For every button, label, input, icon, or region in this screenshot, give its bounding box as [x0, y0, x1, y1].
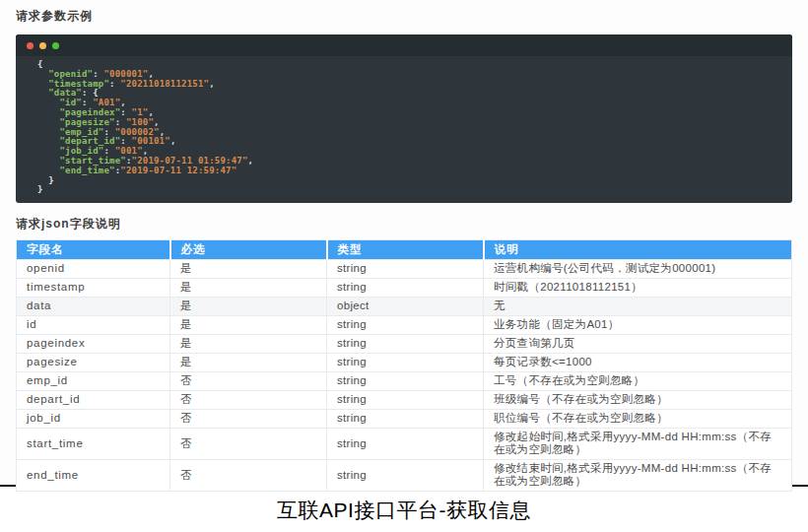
code-window: { "openid": "000001", "timestamp": "2021… — [16, 34, 792, 203]
cell-desc: 分页查询第几页 — [484, 334, 792, 353]
request-example-title: 请求参数示例 — [16, 8, 792, 25]
code-body: { "openid": "000001", "timestamp": "2021… — [16, 56, 792, 203]
cell-field: openid — [17, 259, 170, 278]
json-key: "start_time" — [37, 156, 126, 166]
json-punct: : { — [82, 88, 99, 98]
col-header-field: 字段名 — [17, 240, 170, 260]
cell-required: 否 — [170, 390, 327, 409]
col-header-required: 必选 — [170, 240, 327, 260]
json-punct: : — [120, 107, 131, 117]
json-punct: : — [109, 79, 120, 89]
json-punct: , — [209, 79, 215, 89]
cell-field: emp_id — [17, 371, 170, 390]
table-row: depart_id否string班级编号（不存在或为空则忽略） — [17, 390, 792, 409]
cell-field: depart_id — [17, 390, 170, 409]
cell-required: 是 — [170, 297, 327, 315]
json-value: "2019-07-11 12:59:47" — [120, 166, 236, 175]
json-key: "timestamp" — [37, 79, 109, 89]
json-punct: } — [37, 184, 43, 194]
cell-field: start_time — [17, 428, 170, 459]
json-key: "depart_id" — [37, 136, 120, 146]
cell-required: 否 — [170, 371, 327, 390]
json-value: "1" — [132, 107, 149, 117]
code-line: } — [37, 185, 780, 195]
json-value: "00101" — [132, 136, 170, 146]
json-key: "emp_id" — [37, 127, 103, 137]
cell-required: 是 — [170, 315, 327, 334]
json-punct: , — [148, 107, 154, 117]
json-punct: } — [37, 175, 54, 185]
cell-desc: 班级编号（不存在或为空则忽略） — [484, 390, 792, 409]
json-punct: : — [82, 98, 93, 107]
json-punct: : — [120, 136, 131, 146]
cell-desc: 无 — [484, 297, 792, 315]
cell-type: string — [327, 390, 484, 409]
json-punct: { — [37, 59, 43, 69]
cell-type: string — [327, 278, 484, 297]
json-punct: , — [170, 136, 176, 146]
cell-desc: 运营机构编号(公司代码，测试定为000001) — [484, 259, 792, 278]
table-row: id是string业务功能（固定为A01） — [17, 315, 792, 334]
cell-required: 是 — [170, 353, 327, 371]
json-punct: : — [103, 146, 114, 156]
yellow-dot-icon — [39, 42, 46, 49]
json-value: "A01" — [93, 98, 120, 107]
json-key: "pageindex" — [37, 107, 120, 117]
json-punct: : — [115, 117, 126, 127]
cell-field: pagesize — [17, 353, 170, 371]
api-doc-page: 请求参数示例 { "openid": "000001", "timestamp"… — [0, 0, 808, 487]
table-row: pageindex是string分页查询第几页 — [17, 334, 792, 353]
cell-type: string — [327, 409, 484, 428]
field-table-body: openid是string运营机构编号(公司代码，测试定为000001)time… — [17, 259, 792, 491]
json-value: "20211018112151" — [120, 79, 209, 89]
table-row: timestamp是string时间戳（20211018112151） — [17, 278, 792, 297]
cell-type: string — [327, 428, 484, 459]
col-header-type: 类型 — [327, 240, 484, 260]
table-row: data是object无 — [17, 297, 792, 315]
code-line: } — [37, 176, 780, 186]
field-table: 字段名 必选 类型 说明 openid是string运营机构编号(公司代码，测试… — [16, 239, 792, 492]
cell-required: 是 — [170, 278, 327, 297]
json-punct: , — [154, 117, 160, 127]
cell-desc: 职位编号（不存在或为空则忽略） — [484, 409, 792, 428]
cell-required: 否 — [170, 409, 327, 428]
json-punct: : — [93, 69, 103, 79]
json-value: "100" — [126, 117, 154, 127]
cell-field: job_id — [17, 409, 170, 428]
table-row: job_id否string职位编号（不存在或为空则忽略） — [17, 409, 792, 428]
code-line: "depart_id": "00101", — [37, 137, 780, 147]
json-punct: , — [120, 98, 126, 107]
json-punct: , — [248, 156, 254, 166]
cell-required: 否 — [170, 428, 327, 459]
json-fields-title: 请求json字段说明 — [16, 216, 792, 233]
json-key: "job_id" — [37, 146, 103, 156]
table-header-row: 字段名 必选 类型 说明 — [17, 240, 792, 260]
json-key: "end_time" — [37, 166, 115, 175]
json-key: "data" — [37, 88, 82, 98]
json-key: "id" — [37, 98, 82, 107]
code-window-titlebar — [16, 34, 792, 56]
cell-field: timestamp — [17, 278, 170, 297]
cell-field: pageindex — [17, 334, 170, 353]
json-key: "openid" — [37, 69, 93, 79]
cell-field: id — [17, 315, 170, 334]
cell-type: object — [327, 297, 484, 315]
cell-required: 是 — [170, 334, 327, 353]
cell-type: string — [327, 334, 484, 353]
code-line: "timestamp": "20211018112151", — [37, 80, 780, 90]
table-row: start_time否string修改起始时间,格式采用yyyy-MM-dd H… — [17, 428, 792, 459]
json-value: "000001" — [103, 69, 148, 79]
json-punct: : — [103, 127, 114, 137]
cell-type: string — [327, 259, 484, 278]
cell-desc: 工号（不存在或为空则忽略） — [484, 371, 792, 390]
cell-field: data — [17, 297, 170, 315]
table-row: openid是string运营机构编号(公司代码，测试定为000001) — [17, 259, 792, 278]
green-dot-icon — [52, 42, 59, 49]
col-header-desc: 说明 — [484, 240, 792, 260]
json-value: "000002" — [115, 127, 160, 137]
json-value: "2019-07-11 01:59:47" — [132, 156, 248, 166]
json-punct: , — [148, 69, 154, 79]
cell-desc: 业务功能（固定为A01） — [484, 315, 792, 334]
table-row: pagesize是string每页记录数<=1000 — [17, 353, 792, 371]
code-line: "end_time":"2019-07-11 12:59:47" — [37, 166, 780, 176]
